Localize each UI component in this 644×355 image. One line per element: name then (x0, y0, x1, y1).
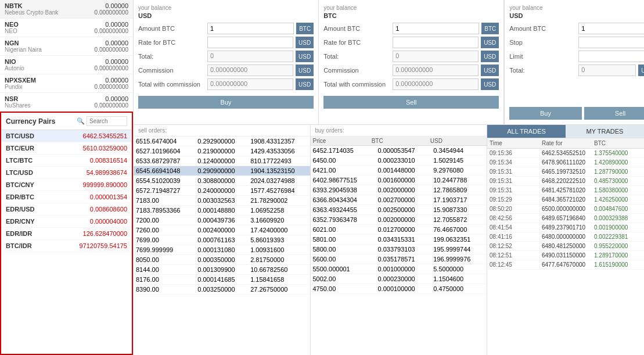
cp-row[interactable]: BTC/IDR 97120759.54175 (1, 240, 132, 252)
adv-amount-input[interactable] (578, 23, 644, 34)
table-row[interactable]: 7699.00 0.000761163 5.86019393 (134, 235, 310, 245)
cp-row[interactable]: BTC/EUR 5610.03259000 (1, 142, 132, 155)
buy-rate-input[interactable] (207, 37, 293, 48)
table-row[interactable]: 4750.00 0.000100000 0.4750000 (311, 284, 487, 294)
table-row[interactable]: 6402.98677515 0.001600000 10.2447788 (311, 175, 487, 185)
sell-btc: 0.292900000 (195, 137, 248, 146)
sell-usd: 1908.43312357 (248, 137, 310, 146)
trade-btc: 1.615190000 (592, 260, 644, 269)
table-row[interactable]: 5800.00 0.033793103 195.9999744 (311, 245, 487, 254)
adv-sell-button[interactable]: Sell (584, 107, 644, 120)
table-row[interactable]: 7699.999999 0.000131080 1.00931600 (134, 245, 310, 255)
sell-price: 6515.6474004 (134, 137, 195, 146)
table-row[interactable]: 5002.00 0.000230000 1.1504600 (311, 274, 487, 284)
table-row[interactable]: 8390.00 0.003250000 27.26750000 (134, 285, 310, 295)
cp-row[interactable]: EDR/BTC 0.000001354 (1, 191, 132, 203)
table-row[interactable]: 7183.78953366 0.000148880 1.06952258 (134, 206, 310, 216)
asset-row[interactable]: NSR NuShares 0.00000 0.000000000 (0, 93, 133, 112)
buy-btc: 0.001000000 (375, 264, 431, 274)
cp-row[interactable]: EDR/IDR 126.628470000 (1, 228, 132, 240)
table-row[interactable]: 6572.71948727 0.240000000 1577.45276984 (134, 186, 310, 196)
table-row[interactable]: 6554.51020039 0.308800000 2024.03274988 (134, 176, 310, 186)
table-row[interactable]: 6515.6474004 0.292900000 1908.43312357 (134, 137, 310, 146)
buy-orders-scroll[interactable]: 6452.1714035 0.000053547 0.3454944 6450.… (311, 146, 487, 355)
cp-row[interactable]: BTC/USD 6462.53455251 (1, 130, 132, 142)
trade-time: 09:15:31 (487, 186, 539, 195)
table-row[interactable]: 8176.00 0.000141685 1.15841658 (134, 275, 310, 285)
buy-usd: 1.5029145 (431, 156, 487, 166)
table-row[interactable]: 6366.80434304 0.002700000 17.1903717 (311, 195, 487, 205)
table-row[interactable]: 6393.29045938 0.002000000 12.7865809 (311, 185, 487, 195)
table-row[interactable]: 7260.00 0.002400000 17.42400000 (134, 225, 310, 235)
table-row[interactable]: 6021.00 0.012700000 76.4667000 (311, 225, 487, 235)
trade-btc: 0.002229381 (592, 232, 644, 241)
search-input[interactable] (87, 116, 127, 126)
table-row[interactable]: 7200.00 0.000439736 3.16609920 (134, 216, 310, 225)
cp-pair: EDR/IDR (6, 230, 32, 237)
sell-rate-input[interactable] (393, 37, 478, 48)
table-row[interactable]: 6527.10196604 0.219000000 1429.43533056 (134, 146, 310, 156)
table-row[interactable]: 5500.000001 0.001000000 5.5000000 (311, 264, 487, 274)
buy-amount-input[interactable] (207, 23, 294, 34)
table-row[interactable]: 8144.00 0.001309900 10.66782560 (134, 265, 310, 275)
buy-commission-row: Commission 0.000000000 USD (138, 64, 314, 76)
asset-row[interactable]: NGN Nigerian Naira 0.00000 0.000000000 (0, 37, 133, 56)
cp-row[interactable]: EDR/USD 0.008608600 (1, 203, 132, 216)
buy-price: 6352.79363478 (311, 215, 376, 225)
buy-usd: 9.2976080 (431, 166, 487, 175)
trade-rate: 6480.000000000 (539, 232, 592, 241)
trade-rate: 6489.657196840 (539, 214, 592, 223)
table-row[interactable]: 6363.49324455 0.002500000 15.9087330 (311, 205, 487, 215)
cp-row[interactable]: EDR/CNY 0.000004000 (1, 216, 132, 228)
asset-row[interactable]: NIO Autonio 0.00000 0.000000000 (0, 56, 133, 74)
asset-list: NBTK Nebeus Crypto Bank 0.00000 0.000000… (0, 0, 133, 112)
trade-time: 09:15:36 (487, 149, 539, 157)
currency-pairs-section: Currency Pairs 🔍 BTC/USD 6462.53455251 B… (0, 112, 133, 355)
sell-button[interactable]: Sell (323, 96, 499, 109)
buy-price: 5002.00 (311, 274, 376, 284)
table-row[interactable]: 6533.68729787 0.124000000 810.17722493 (134, 156, 310, 166)
buy-total-label: Total: (138, 53, 205, 60)
asset-balance2: 0.000000000 (95, 84, 128, 90)
asset-row[interactable]: NBTK Nebeus Crypto Bank 0.00000 0.000000… (0, 0, 133, 19)
sell-total-value: 0 (393, 51, 478, 62)
buy-btc: 0.000053547 (375, 146, 431, 156)
table-row[interactable]: 7183.00 0.003032563 21.78290002 (134, 196, 310, 206)
sell-commission-badge: USD (481, 64, 499, 76)
asset-name: NEO (5, 28, 19, 34)
asset-balance: 0.00000 (105, 2, 128, 9)
asset-row[interactable]: NEO NEO 0.00000 0.000000000 (0, 19, 133, 37)
trades-scroll[interactable]: 09:15:36 6462.534552510 1.375540000 09:1… (487, 149, 644, 355)
trade-row: 08:50:20 6500.000000000 0.004847600 (487, 205, 644, 214)
tab-my-trades[interactable]: MY TRADES (566, 125, 644, 138)
sell-balance-currency: BTC (323, 12, 499, 19)
tab-all-trades[interactable]: ALL TRADES (487, 125, 566, 138)
buy-commission-value: 0.000000000 (207, 64, 293, 76)
trade-btc: 0.001900000 (592, 223, 644, 232)
cp-row[interactable]: BTC/CNY 999999.890000 (1, 179, 132, 191)
adv-limit-input[interactable] (578, 51, 644, 62)
table-row[interactable]: 8050.00 0.000350000 2.81750000 (134, 255, 310, 265)
sell-amount-input[interactable] (393, 23, 479, 34)
adv-stop-input[interactable] (578, 37, 644, 48)
buy-btc: 0.002500000 (375, 205, 431, 215)
table-row[interactable]: 6421.00 0.001448000 9.2976080 (311, 166, 487, 175)
cp-row[interactable]: LTC/USD 54.989938674 (1, 167, 132, 179)
table-row[interactable]: 5600.00 0.035178571 196.9999976 (311, 254, 487, 264)
table-row[interactable]: 5801.00 0.034315331 199.0632351 (311, 235, 487, 245)
asset-balance: 0.00000 (105, 95, 128, 102)
adv-buy-button[interactable]: Buy (509, 107, 582, 120)
table-row[interactable]: 6450.00 0.000233010 1.5029145 (311, 156, 487, 166)
table-row[interactable]: 6545.66941048 0.290900000 1904.13523150 (134, 166, 310, 176)
asset-balance2: 0.000000000 (95, 9, 128, 16)
table-row[interactable]: 6452.1714035 0.000053547 0.3454944 (311, 146, 487, 156)
table-row[interactable]: 6352.79363478 0.002000000 12.7055872 (311, 215, 487, 225)
sell-price: 6572.71948727 (134, 186, 195, 196)
asset-row[interactable]: NPXSXEM Pundix 0.00000 0.000000000 (0, 74, 133, 93)
cp-list: BTC/USD 6462.53455251 BTC/EUR 5610.03259… (1, 130, 132, 354)
buy-price: 5500.000001 (311, 264, 376, 274)
sell-orders-scroll[interactable]: 6515.6474004 0.292900000 1908.43312357 6… (134, 137, 310, 355)
buy-button[interactable]: Buy (138, 96, 314, 109)
sell-price: 6533.68729787 (134, 156, 195, 166)
cp-row[interactable]: LTC/BTC 0.008316514 (1, 155, 132, 167)
